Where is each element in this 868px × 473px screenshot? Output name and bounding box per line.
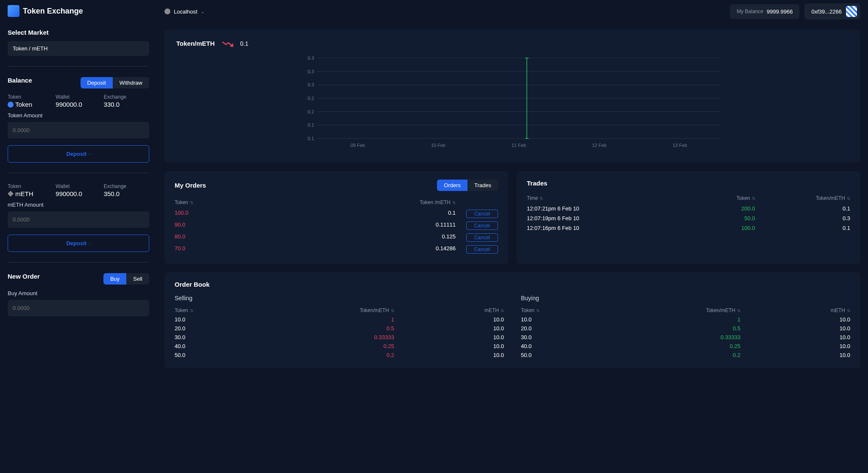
orderbook-row[interactable]: 50.00.210.0 bbox=[175, 351, 504, 360]
ob-rate: 0.2 bbox=[284, 352, 394, 358]
divider bbox=[8, 262, 149, 263]
price-chart[interactable]: 0.30.30.30.20.20.10.109 Feb10 Feb11 Feb1… bbox=[176, 54, 849, 151]
svg-text:10 Feb: 10 Feb bbox=[431, 143, 445, 148]
col-meth[interactable]: mETH bbox=[484, 307, 499, 313]
order-rate: 0.125 bbox=[315, 233, 456, 242]
sort-icon: ⇅ bbox=[752, 196, 755, 201]
ob-meth: 10.0 bbox=[394, 334, 504, 340]
ob-token: 40.0 bbox=[521, 343, 631, 349]
trade-time: 12:07:19pm 6 Feb 10 bbox=[527, 215, 660, 221]
ob-meth: 10.0 bbox=[740, 334, 850, 340]
exchange-value: 330.0 bbox=[104, 101, 149, 108]
col-token[interactable]: Token bbox=[737, 195, 750, 201]
token-amount-input[interactable] bbox=[8, 122, 149, 138]
orderbook-row[interactable]: 10.0110.0 bbox=[175, 315, 504, 324]
orderbook-row[interactable]: 30.00.3333310.0 bbox=[521, 333, 850, 342]
deposit-tab[interactable]: Deposit bbox=[81, 77, 113, 89]
sidebar: Token Exchange Select Market Token / mET… bbox=[0, 0, 157, 473]
col-token[interactable]: Token bbox=[521, 307, 534, 313]
svg-text:0.3: 0.3 bbox=[308, 55, 314, 61]
svg-text:0.1: 0.1 bbox=[308, 122, 314, 127]
identicon bbox=[846, 6, 857, 17]
svg-text:0.2: 0.2 bbox=[308, 109, 314, 114]
buying-title: Buying bbox=[521, 295, 850, 302]
ob-meth: 10.0 bbox=[740, 343, 850, 349]
order-token: 90.0 bbox=[175, 221, 315, 230]
cancel-order-button[interactable]: Cancel bbox=[466, 210, 498, 218]
trade-rate: 0.1 bbox=[755, 225, 850, 231]
deposit-withdraw-toggle: Deposit Withdraw bbox=[81, 77, 149, 89]
col-rate[interactable]: Token/mETH bbox=[706, 307, 735, 313]
token-col-label: Token bbox=[8, 183, 53, 189]
trade-token: 200.0 bbox=[660, 205, 755, 212]
my-orders-title: My Orders bbox=[175, 182, 206, 189]
token-amount-label: Token Amount bbox=[8, 112, 149, 119]
chevron-down-icon: ⌄ bbox=[201, 9, 204, 14]
cancel-order-button[interactable]: Cancel bbox=[466, 233, 498, 242]
sort-icon: ⇅ bbox=[501, 308, 504, 313]
ob-rate: 0.25 bbox=[284, 343, 394, 349]
network-name: Localhost bbox=[174, 8, 198, 15]
trade-row: 12:07:21pm 6 Feb 10200.00.1 bbox=[527, 204, 850, 213]
svg-text:0.3: 0.3 bbox=[308, 69, 314, 74]
wallet-connect[interactable]: 0xf39...2266 bbox=[804, 3, 860, 19]
my-orders-panel: My Orders Orders Trades Token⇅Token /mET… bbox=[164, 171, 508, 264]
balance-title: Balance bbox=[8, 77, 32, 84]
cancel-order-button[interactable]: Cancel bbox=[466, 221, 498, 230]
network-status-icon bbox=[164, 8, 170, 14]
svg-text:13 Feb: 13 Feb bbox=[673, 143, 687, 148]
market-selector[interactable]: Token / mETH bbox=[8, 41, 149, 56]
col-rate[interactable]: Token/mETH bbox=[360, 307, 389, 313]
sort-icon: ⇅ bbox=[452, 200, 456, 205]
ob-token: 30.0 bbox=[175, 334, 284, 340]
col-meth[interactable]: mETH bbox=[831, 307, 845, 313]
orderbook-row[interactable]: 40.00.2510.0 bbox=[521, 342, 850, 351]
orders-tab[interactable]: Orders bbox=[437, 180, 467, 191]
ob-token: 30.0 bbox=[521, 334, 631, 340]
col-rate[interactable]: Token/mETH bbox=[816, 195, 845, 201]
eth-icon bbox=[8, 191, 14, 197]
col-rate[interactable]: Token /mETH bbox=[420, 199, 451, 205]
sort-icon: ⇅ bbox=[737, 308, 740, 313]
trade-row: 12:07:19pm 6 Feb 1050.00.3 bbox=[527, 213, 850, 223]
orderbook-row[interactable]: 30.00.3333310.0 bbox=[175, 333, 504, 342]
logo-icon bbox=[8, 5, 19, 17]
divider bbox=[8, 173, 149, 173]
ob-rate: 0.5 bbox=[631, 325, 740, 332]
ob-token: 20.0 bbox=[175, 325, 284, 332]
sort-icon: ⇅ bbox=[536, 308, 540, 313]
selling-column: Selling Token⇅Token/mETH⇅mETH⇅ 10.0110.0… bbox=[175, 295, 504, 360]
wallet-col-label: Wallet bbox=[56, 94, 101, 100]
new-order-title: New Order bbox=[8, 273, 40, 280]
orderbook-row[interactable]: 20.00.510.0 bbox=[175, 324, 504, 333]
order-rate: 0.14286 bbox=[315, 245, 456, 254]
deposit-meth-button[interactable]: Deposit› bbox=[8, 235, 149, 252]
deposit-token-button[interactable]: Deposit› bbox=[8, 145, 149, 163]
orderbook-row[interactable]: 20.00.510.0 bbox=[521, 324, 850, 333]
sort-icon: ⇅ bbox=[391, 308, 394, 313]
trades-tab[interactable]: Trades bbox=[467, 180, 498, 191]
col-token[interactable]: Token bbox=[175, 307, 188, 313]
trade-row: 12:07:16pm 6 Feb 10100.00.1 bbox=[527, 223, 850, 233]
trend-value: 0.1 bbox=[240, 40, 248, 47]
ob-rate: 0.33333 bbox=[284, 334, 394, 340]
token-col-label: Token bbox=[8, 94, 53, 100]
network-selector[interactable]: Localhost ⌄ bbox=[164, 8, 204, 15]
orderbook-row[interactable]: 40.00.2510.0 bbox=[175, 342, 504, 351]
sell-tab[interactable]: Sell bbox=[126, 273, 149, 285]
cancel-order-button[interactable]: Cancel bbox=[466, 245, 498, 254]
buy-tab[interactable]: Buy bbox=[103, 273, 126, 285]
balance-display: My Balance 9999.9966 bbox=[730, 4, 799, 19]
orderbook-row[interactable]: 50.00.210.0 bbox=[521, 351, 850, 360]
buying-column: Buying Token⇅Token/mETH⇅mETH⇅ 10.0110.02… bbox=[521, 295, 850, 360]
order-rate: 0.1 bbox=[315, 210, 456, 218]
withdraw-tab[interactable]: Withdraw bbox=[113, 77, 149, 89]
orderbook-row[interactable]: 10.0110.0 bbox=[521, 315, 850, 324]
buy-amount-input[interactable] bbox=[8, 300, 149, 316]
col-token[interactable]: Token bbox=[175, 199, 188, 205]
ob-rate: 0.25 bbox=[631, 343, 740, 349]
order-book-title: Order Book bbox=[175, 281, 850, 288]
price-chart-panel: Token/mETH 0.1 0.30.30.30.20.20.10.109 F… bbox=[164, 30, 860, 163]
col-time[interactable]: Time bbox=[527, 195, 538, 201]
meth-amount-input[interactable] bbox=[8, 211, 149, 228]
